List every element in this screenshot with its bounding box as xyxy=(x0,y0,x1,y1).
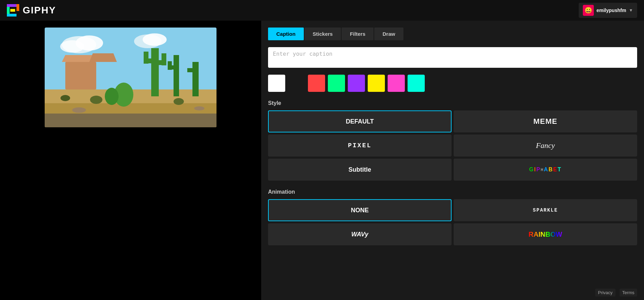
color-swatch-purple[interactable] xyxy=(348,75,365,92)
style-fancy[interactable]: Fancy xyxy=(454,135,637,157)
animation-section-label: Animation xyxy=(268,189,637,195)
anim-sparkle[interactable]: SPARKLE xyxy=(454,199,637,221)
svg-point-30 xyxy=(90,96,102,104)
svg-point-34 xyxy=(194,106,204,110)
color-swatch-black[interactable] xyxy=(288,75,305,92)
color-swatch-cyan[interactable] xyxy=(408,75,425,92)
style-default[interactable]: DEFAULT xyxy=(268,110,452,132)
svg-rect-4 xyxy=(10,9,15,12)
color-swatch-pink[interactable] xyxy=(388,75,405,92)
svg-rect-28 xyxy=(192,62,199,96)
svg-rect-2 xyxy=(16,4,19,11)
tab-draw[interactable]: Draw xyxy=(374,28,403,40)
tab-stickers[interactable]: Stickers xyxy=(304,28,341,40)
color-swatch-row xyxy=(268,75,637,92)
desert-gif xyxy=(45,28,216,127)
svg-rect-3 xyxy=(7,14,16,17)
style-section-label: Style xyxy=(268,100,637,106)
tab-caption[interactable]: Caption xyxy=(268,28,304,40)
svg-marker-13 xyxy=(89,53,117,62)
avatar: 😀 xyxy=(583,5,594,16)
username-label: emilypushfm xyxy=(597,8,626,13)
right-panel: Caption Stickers Filters Draw Style DEFA… xyxy=(261,21,644,300)
svg-rect-29 xyxy=(187,68,192,72)
color-swatch-white[interactable] xyxy=(268,75,285,92)
animation-grid: NONE SPARKLE WAVy RAINBOW xyxy=(268,199,637,245)
anim-none[interactable]: NONE xyxy=(268,199,452,221)
main-layout: Caption Stickers Filters Draw Style DEFA… xyxy=(0,21,644,300)
style-pixel[interactable]: PIXEL xyxy=(268,135,452,157)
caption-input[interactable] xyxy=(268,47,637,68)
style-subtitle[interactable]: Subtitle xyxy=(268,159,452,181)
logo-area: GIPHY xyxy=(7,4,56,17)
svg-rect-24 xyxy=(168,61,172,70)
svg-point-8 xyxy=(60,40,84,53)
tab-bar: Caption Stickers Filters Draw xyxy=(268,28,637,40)
svg-rect-19 xyxy=(144,52,148,64)
anim-rainbow[interactable]: RAINBOW xyxy=(454,223,637,245)
tab-filters[interactable]: Filters xyxy=(342,28,374,40)
style-grid: DEFAULT MEME PIXEL Fancy Subtitle GIPHAB… xyxy=(268,110,637,181)
header: GIPHY 😀 emilypushfm ▼ xyxy=(0,0,644,21)
footer: Privacy Terms xyxy=(595,289,637,297)
svg-point-27 xyxy=(105,88,119,105)
svg-point-31 xyxy=(174,98,184,105)
svg-point-32 xyxy=(60,95,70,101)
style-meme[interactable]: MEME xyxy=(454,110,637,132)
anim-wavy[interactable]: WAVy xyxy=(268,223,452,245)
svg-rect-16 xyxy=(45,114,216,127)
dropdown-arrow-icon: ▼ xyxy=(629,8,633,13)
left-panel xyxy=(0,21,261,300)
svg-rect-21 xyxy=(162,53,166,65)
svg-point-33 xyxy=(72,107,86,113)
color-swatch-red[interactable] xyxy=(308,75,325,92)
color-swatch-yellow[interactable] xyxy=(368,75,385,92)
svg-rect-22 xyxy=(174,55,179,96)
user-menu[interactable]: 😀 emilypushfm ▼ xyxy=(579,3,637,18)
color-swatch-green[interactable] xyxy=(328,75,345,92)
logo-text: GIPHY xyxy=(23,5,56,16)
gif-preview xyxy=(45,28,216,127)
terms-link[interactable]: Terms xyxy=(620,289,637,297)
giphy-logo-icon xyxy=(7,4,19,17)
style-alphabet[interactable]: GIPHABET xyxy=(454,159,637,181)
privacy-link[interactable]: Privacy xyxy=(595,289,615,297)
svg-rect-17 xyxy=(151,48,159,96)
svg-rect-26 xyxy=(121,84,126,95)
svg-rect-11 xyxy=(65,62,96,89)
svg-point-10 xyxy=(143,33,167,46)
